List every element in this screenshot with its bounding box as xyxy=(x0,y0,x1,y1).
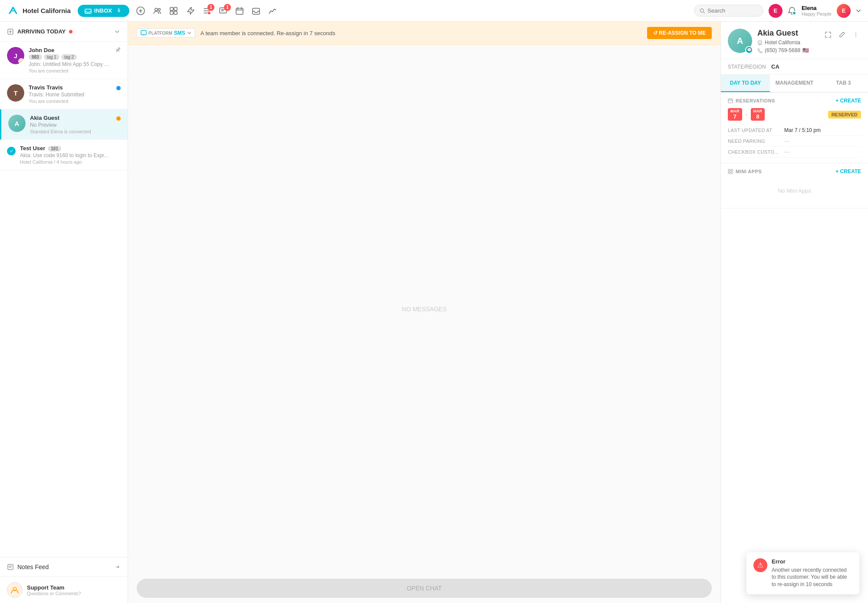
sidebar-bottom: Notes Feed Support Team Questions or Com… xyxy=(0,557,128,603)
chat-bubble-icon: 💬 xyxy=(745,46,753,54)
nav-icons: 1 1 xyxy=(136,7,690,15)
open-chat-button[interactable]: OPEN CHAT xyxy=(137,579,712,598)
edit-button[interactable] xyxy=(837,29,847,40)
svg-rect-25 xyxy=(728,172,730,174)
svg-rect-15 xyxy=(8,564,13,570)
chat-item[interactable]: T Travis Travis Travis: Home Submitted Y… xyxy=(0,79,128,109)
search-bar[interactable] xyxy=(694,5,763,16)
guest-info: Akia Guest Hotel California (650) 769-56… xyxy=(757,29,818,53)
sidebar-header: ARRIVING TODAY xyxy=(0,22,128,42)
svg-rect-23 xyxy=(728,169,730,171)
notification-dot xyxy=(792,11,796,15)
guest-phone: (650) 769-5688 🇺🇸 xyxy=(757,47,818,53)
date-from-badge: MAR 7 xyxy=(728,108,742,121)
calendar-icon xyxy=(728,98,733,103)
banner-text: A team member is connected. Re-assign in… xyxy=(201,30,642,36)
tab-day-to-day[interactable]: DAY TO DAY xyxy=(721,75,770,92)
guest-header-top: A 💬 Akia Guest Hotel California (650) 76… xyxy=(728,29,861,53)
arriving-dot xyxy=(69,30,72,33)
left-sidebar: ARRIVING TODAY J John Doe 983 xyxy=(0,22,128,603)
error-toast: ⚠ Error Another user recently connected … xyxy=(746,552,859,594)
chat-avatar: A xyxy=(8,115,26,132)
svg-point-20 xyxy=(855,34,856,35)
arriving-icon xyxy=(7,28,14,35)
sidebar-collapse-button[interactable] xyxy=(114,27,121,36)
guest-header: A 💬 Akia Guest Hotel California (650) 76… xyxy=(721,22,868,59)
support-team[interactable]: Support Team Questions or Comments? xyxy=(0,577,128,603)
inbox-button[interactable]: INBOX 5 xyxy=(78,5,129,17)
search-input[interactable] xyxy=(707,7,758,14)
nav-people-button[interactable] xyxy=(153,7,161,15)
svg-rect-22 xyxy=(728,99,733,103)
tab-management[interactable]: MANAGEMENT xyxy=(770,75,819,92)
svg-point-2 xyxy=(155,8,158,11)
svg-point-21 xyxy=(855,36,856,37)
date-separator: - xyxy=(746,112,747,118)
reservations-section: RESERVATIONS + CREATE MAR 7 - MAR 8 RESE… xyxy=(721,92,868,163)
reassign-button[interactable]: ↺ RE-ASSIGN TO ME xyxy=(647,27,712,39)
nav-messages-button[interactable]: 1 xyxy=(219,7,227,15)
chat-indicator xyxy=(116,116,121,121)
nav-inbox2-button[interactable] xyxy=(252,7,260,15)
svg-rect-4 xyxy=(170,7,173,10)
app-title: Hotel California xyxy=(23,7,71,14)
chat-list: J John Doe 983 tag 1 tag 2 John: Untitle… xyxy=(0,42,128,557)
svg-rect-7 xyxy=(174,11,177,14)
reserved-badge: RESERVED xyxy=(828,111,861,119)
building-icon xyxy=(757,40,763,45)
tab-3[interactable]: TAB 3 xyxy=(819,75,868,92)
banner-platform: PLATFORM SMS xyxy=(137,28,195,38)
notes-feed[interactable]: Notes Feed xyxy=(0,557,128,577)
chat-item[interactable]: ✓ Test User 101 Akia: Use code 9160 to l… xyxy=(0,140,128,170)
more-options-button[interactable] xyxy=(851,29,861,40)
chat-banner: PLATFORM SMS A team member is connected.… xyxy=(128,22,720,45)
svg-rect-18 xyxy=(758,41,762,45)
create-reservation-button[interactable]: + CREATE xyxy=(835,98,861,104)
date-to-badge: MAR 8 xyxy=(751,108,765,121)
chat-content: Test User 101 Akia: Use code 9160 to log… xyxy=(20,145,121,165)
create-mini-app-button[interactable]: + CREATE xyxy=(835,168,861,175)
notes-icon xyxy=(7,563,14,570)
nav-add-button[interactable] xyxy=(136,7,145,15)
chat-item[interactable]: J John Doe 983 tag 1 tag 2 John: Untitle… xyxy=(0,42,128,79)
guest-hotel: Hotel California xyxy=(757,40,818,46)
chevron-down-icon[interactable] xyxy=(856,8,861,13)
state-row: STATE/REGION CA xyxy=(721,59,868,75)
mini-apps-empty: No Mini Apps xyxy=(728,179,861,203)
nav-grid-button[interactable] xyxy=(169,7,178,15)
svg-rect-6 xyxy=(170,11,173,14)
pin-icon xyxy=(115,47,121,52)
nav-tasks-button[interactable]: 1 xyxy=(202,7,211,15)
chat-indicator xyxy=(116,86,121,90)
nav-calendar-button[interactable] xyxy=(235,7,244,15)
chat-icon xyxy=(141,30,147,36)
svg-point-14 xyxy=(20,59,23,63)
top-navigation: Hotel California INBOX 5 1 1 xyxy=(0,0,868,22)
notification-icon[interactable] xyxy=(788,7,796,15)
svg-rect-5 xyxy=(174,7,177,10)
phone-icon xyxy=(757,48,763,53)
nav-flash-button[interactable] xyxy=(186,7,194,15)
chevron-down-icon xyxy=(187,31,191,35)
mini-apps-header: MINI APPS + CREATE xyxy=(728,168,861,175)
chat-content: John Doe 983 tag 1 tag 2 John: Untitled … xyxy=(29,47,111,73)
mini-apps-section: MINI APPS + CREATE No Mini Apps xyxy=(721,163,868,208)
checkbox-row: CHECKBOX CUSTO... — xyxy=(728,147,861,158)
svg-rect-26 xyxy=(731,172,733,174)
svg-point-19 xyxy=(855,33,856,33)
chat-item-active[interactable]: A Akia Guest No Preview Standard Elena i… xyxy=(0,109,128,140)
last-updated-row: LAST UPDATED AT Mar 7 / 5:10 pm xyxy=(728,125,861,136)
chat-input-area: OPEN CHAT xyxy=(128,573,720,603)
nav-chart-button[interactable] xyxy=(268,7,277,15)
inbox-icon xyxy=(85,7,92,14)
platform-badge[interactable]: PLATFORM SMS xyxy=(137,28,195,38)
logo-area: Hotel California xyxy=(7,5,71,17)
user-avatar[interactable]: E xyxy=(837,4,851,18)
svg-point-8 xyxy=(208,12,210,14)
expand-button[interactable] xyxy=(823,29,833,40)
panel-tabs: DAY TO DAY MANAGEMENT TAB 3 xyxy=(721,75,868,92)
guest-actions xyxy=(823,29,861,40)
svg-rect-24 xyxy=(731,169,733,171)
chat-avatar: T xyxy=(7,84,24,102)
current-user-avatar: E xyxy=(769,4,783,18)
